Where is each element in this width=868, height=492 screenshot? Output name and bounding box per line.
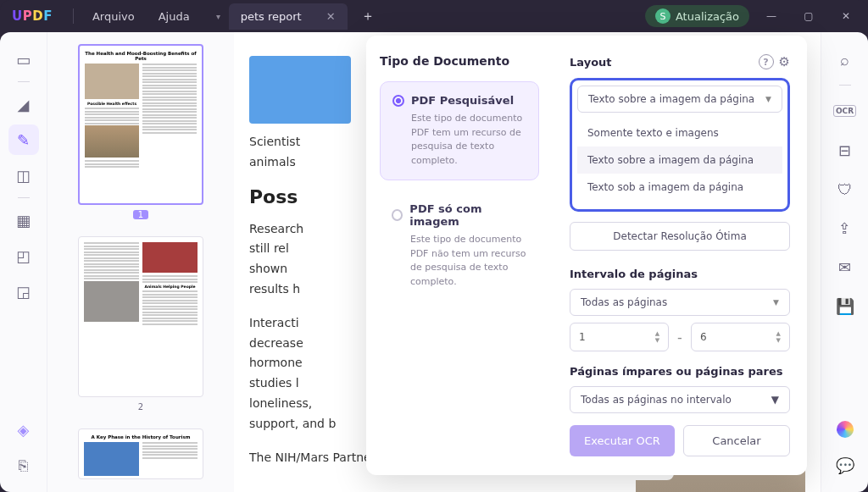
separator [18,197,30,198]
right-tool-rail: ⌕ OCR ⊟ 🛡 ⇪ ✉ 💾 💬 [821,32,868,492]
thumb-image [84,281,139,322]
document-tab[interactable]: pets report ✕ [229,3,348,30]
thumb-image [84,442,139,476]
add-tab-icon[interactable]: ＋ [361,8,375,25]
doc-type-searchable[interactable]: PDF Pesquisável Este tipo de documento P… [380,81,539,180]
email-icon[interactable]: ✉ [830,252,860,282]
search-icon[interactable]: ⌕ [830,44,860,75]
page-from-input[interactable]: 1 ▲▼ [570,323,669,351]
edit-tool-icon[interactable]: ✎ [8,124,39,155]
odd-even-dropdown[interactable]: Todas as páginas no intervalo ▼ [570,386,790,413]
object-tool-icon[interactable]: ◲ [8,276,39,307]
layout-dropdown[interactable]: Texto sobre a imagem da página ▼ [577,86,782,113]
odd-even-label: Páginas ímpares ou páginas pares [570,365,790,378]
cancel-button[interactable]: Cancelar [683,425,790,456]
titlebar: UPDF Arquivo Ajuda ▾ pets report ✕ ＋ S A… [0,0,868,32]
close-window-icon[interactable]: ✕ [831,4,861,28]
bookmark-icon[interactable]: ⎘ [8,450,39,480]
ocr-panel: Tipo de Documento PDF Pesquisável Este t… [366,36,807,475]
gear-icon[interactable]: ⚙ [779,54,790,69]
separator [839,85,851,86]
chevron-down-icon: ▼ [773,298,779,307]
chevron-down-icon: ▼ [765,95,771,103]
page-thumbnail-1[interactable]: The Health and Mood-Boosting Benefits of… [78,44,203,205]
minimize-icon[interactable]: — [756,4,787,28]
ocr-tool-icon[interactable]: OCR [830,96,860,126]
tab-label: pets report [241,10,302,23]
page-range-label: Intervalo de páginas [570,268,790,280]
highlight-tool-icon[interactable]: ◢ [8,89,39,119]
compress-icon[interactable]: ⊟ [830,135,860,165]
layout-dropdown-open: Texto sobre a imagem da página ▼ Somente… [570,78,790,212]
left-tool-rail: ▭ ◢ ✎ ◫ ▦ ◰ ◲ ◈ ⎘ [0,32,47,492]
app-logo: UPDF [12,8,53,24]
spinner-icon[interactable]: ▲▼ [655,330,659,344]
option-label: PDF só com imagem [409,202,527,228]
thumb-image [85,125,139,158]
page-to-input[interactable]: 6 ▲▼ [691,323,790,351]
layout-option-text-only[interactable]: Somente texto e imagens [577,119,782,146]
tab-list-icon[interactable]: ▾ [209,4,229,28]
help-icon[interactable]: ? [759,54,774,69]
organize-tool-icon[interactable]: ▦ [8,205,39,235]
execute-ocr-button[interactable]: Executar OCR [570,425,675,456]
share-icon[interactable]: ⇪ [830,213,860,243]
reader-tool-icon[interactable]: ▭ [8,44,39,75]
user-badge: S [655,8,670,24]
radio-on-icon [392,95,404,107]
page-number-badge: 1 [133,210,148,219]
layout-option-text-over[interactable]: Texto sobre a imagem da página [577,146,782,174]
dropdown-list: Somente texto e imagens Texto sobre a im… [577,116,782,204]
crop-tool-icon[interactable]: ◰ [8,240,39,271]
upgrade-label: Atualização [676,10,739,23]
menu-file[interactable]: Arquivo [81,7,147,26]
page-number: 2 [133,402,148,412]
ai-icon[interactable] [830,414,860,445]
comment-icon[interactable]: 💬 [830,450,860,480]
option-description: Este tipo de documento PDF não tem um re… [410,233,527,289]
option-label: PDF Pesquisável [411,94,514,107]
layers-icon[interactable]: ◈ [8,414,39,445]
thumb-image [142,242,198,273]
divider [73,8,74,24]
layout-label: Layout ? ⚙ [570,54,790,69]
detect-resolution-button[interactable]: Detectar Resolução Ótima [570,222,790,251]
option-description: Este tipo de documento PDF tem um recurs… [411,112,526,168]
save-icon[interactable]: 💾 [830,290,860,321]
range-dash: - [677,329,682,346]
spinner-icon[interactable]: ▲▼ [776,330,781,344]
close-tab-icon[interactable]: ✕ [326,10,336,23]
document-type-title: Tipo de Documento [380,54,539,68]
doc-type-image-only[interactable]: PDF só com imagem Este tipo de documento… [380,191,539,301]
upgrade-button[interactable]: S Atualização [645,5,749,27]
page-tool-icon[interactable]: ◫ [8,160,39,191]
chevron-down-icon: ▼ [771,394,779,406]
thumbnail-panel: The Health and Mood-Boosting Benefits of… [47,32,234,492]
page-thumbnail-3[interactable]: A Key Phase in the History of Tourism [78,428,203,479]
page-thumbnail-2[interactable]: Animals Helping People [78,236,203,397]
thumb-image [85,64,139,99]
page-range-dropdown[interactable]: Todas as páginas ▼ [570,289,790,316]
maximize-icon[interactable]: ▢ [793,4,824,28]
document-image [249,56,351,124]
radio-off-icon [392,209,403,221]
layout-option-text-under[interactable]: Texto sob a imagem da página [577,174,782,201]
protect-icon[interactable]: 🛡 [830,174,860,204]
menu-help[interactable]: Ajuda [147,7,202,26]
separator [18,81,30,82]
